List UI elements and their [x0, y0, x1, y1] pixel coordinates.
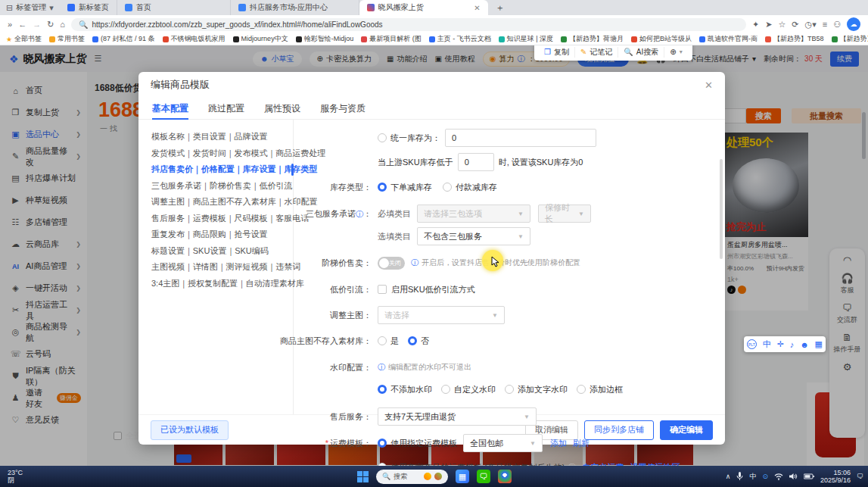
- tab-basic-config[interactable]: 基本配置: [152, 98, 188, 119]
- forward-icon[interactable]: →: [33, 20, 41, 29]
- freight-add-link[interactable]: 添加: [550, 438, 567, 449]
- browser-tab[interactable]: 新标签页: [60, 0, 117, 15]
- plugin-icon[interactable]: PLT: [747, 339, 757, 349]
- wifi-icon[interactable]: [774, 473, 783, 480]
- no-store-radio-yes[interactable]: [378, 336, 387, 345]
- taskbar-search[interactable]: 🔍 搜索: [376, 470, 448, 484]
- mic-icon[interactable]: [736, 472, 743, 481]
- chevron-down-icon: ▼: [578, 211, 584, 217]
- history-icon[interactable]: ◷▾: [805, 20, 817, 30]
- profile-icon[interactable]: ⚇: [833, 20, 841, 30]
- unified-stock-radio[interactable]: [378, 133, 387, 142]
- browser-tab-active[interactable]: 晓风搬家上货 ✕: [359, 0, 488, 15]
- adjust-image-select[interactable]: 请选择▼: [378, 306, 505, 324]
- ladder-price-toggle[interactable]: 关闭: [378, 257, 405, 270]
- cursor-tool-icon[interactable]: ✛: [777, 339, 784, 349]
- battery-icon[interactable]: [804, 473, 814, 479]
- after-sale-select[interactable]: 支持7天无理由退货▼: [378, 407, 537, 426]
- nav-price-stock[interactable]: 抖店售卖价｜价格配置｜库存设置｜库存类型: [151, 161, 293, 178]
- copy-button[interactable]: ❐复制: [539, 47, 575, 58]
- sync-icon[interactable]: ⟳: [792, 20, 798, 30]
- bookmark[interactable]: 翰彩智绘-Midjou: [296, 34, 354, 44]
- bookmark[interactable]: ★全部书签: [6, 34, 42, 44]
- freight-radio-merchant[interactable]: [378, 463, 387, 466]
- start-button[interactable]: [357, 471, 369, 482]
- warranty-select[interactable]: 保修时长▼: [538, 204, 591, 223]
- bookmark[interactable]: 【新趋势】淘宝: [832, 34, 868, 44]
- taskbar-app-browser[interactable]: [498, 470, 512, 483]
- watermark-radio-text[interactable]: [505, 385, 514, 394]
- reload-icon[interactable]: ↻: [47, 20, 54, 30]
- favicon: [67, 4, 75, 11]
- ime-indicator[interactable]: 中: [749, 472, 756, 482]
- speaker-icon[interactable]: [789, 473, 798, 480]
- bookmark[interactable]: 凯迪软件官网-商: [699, 34, 758, 44]
- freight-radio-specified[interactable]: [378, 439, 387, 448]
- watermark-radio-custom[interactable]: [441, 385, 450, 394]
- browser-avatar[interactable]: ☁: [847, 17, 860, 31]
- bookmark[interactable]: 最新项目解析 (图: [361, 34, 422, 44]
- weather-widget[interactable]: 23°C 阴: [0, 469, 30, 484]
- back-icon[interactable]: ←: [18, 20, 26, 29]
- grid-icon[interactable]: ▦: [815, 339, 823, 349]
- chinese-mode-icon[interactable]: 中: [763, 339, 771, 350]
- watermark-radio-none[interactable]: [378, 385, 387, 394]
- extension-icon[interactable]: ⊟: [6, 3, 13, 13]
- bookmark[interactable]: 不锈钢电饭机家用: [163, 34, 226, 44]
- bookmark[interactable]: 主页 - 飞书云文档: [429, 34, 491, 44]
- tab-service-qualification[interactable]: 服务与资质: [320, 98, 366, 119]
- overflow-icon[interactable]: »: [8, 20, 12, 29]
- low-stock-input[interactable]: 0: [458, 153, 494, 171]
- bookmark[interactable]: 【新趋势】荷塘月: [561, 34, 624, 44]
- browser-addressbar: » ← → ↻ ⌂ 🔍 https://xfdyorder.zzbtool.co…: [0, 15, 868, 33]
- watermark-radio-border[interactable]: [577, 385, 586, 394]
- url-field[interactable]: 🔍 https://xfdyorder.zzbtool.com/zzb_supe…: [71, 18, 746, 31]
- mic-icon[interactable]: ♪: [790, 340, 795, 349]
- tab-attribute-preset[interactable]: 属性预设: [264, 98, 300, 119]
- chevron-down-icon: ▼: [492, 312, 498, 319]
- modal-scrollbar[interactable]: [720, 159, 723, 259]
- bookmark[interactable]: 常用书签: [49, 34, 85, 44]
- menu-icon[interactable]: ≡: [823, 20, 827, 29]
- stock-type-radio-pay[interactable]: [443, 183, 452, 192]
- nav-delivery-mode[interactable]: 发货模式｜发货时间｜发布模式｜商品运费处理: [151, 145, 293, 162]
- freight-select[interactable]: 全国包邮▼: [463, 434, 543, 452]
- stock-type-radio-order[interactable]: [378, 183, 387, 192]
- close-icon[interactable]: ✕: [705, 80, 713, 91]
- close-tab-icon[interactable]: ✕: [474, 4, 480, 12]
- taskbar-app-grid[interactable]: ▦: [456, 470, 469, 483]
- note-button[interactable]: ✎记笔记: [575, 47, 618, 58]
- browser-tab[interactable]: 抖店服务市场-应用中心: [231, 0, 359, 15]
- tray-expand-icon[interactable]: ∧: [726, 473, 731, 480]
- remote-area-link[interactable]: 设置偏远地区: [630, 462, 680, 467]
- custom-freight-link[interactable]: 自定义运费: [582, 462, 624, 467]
- send-icon[interactable]: ➤: [765, 20, 772, 30]
- bookmark[interactable]: (87 封私信 / 91 条: [92, 34, 155, 44]
- nav-template-name[interactable]: 模板名称｜类目设置｜品牌设置: [151, 129, 293, 145]
- more-button[interactable]: ⊕▾: [664, 47, 687, 58]
- bookmark[interactable]: Midjourney中文: [233, 34, 288, 44]
- home-icon[interactable]: ⌂: [60, 20, 65, 29]
- notification-center-icon[interactable]: 🗨: [857, 473, 863, 480]
- ai-search-button[interactable]: 🔍AI搜索: [618, 47, 664, 58]
- new-tab-button[interactable]: ＋: [488, 2, 512, 14]
- tab-manager[interactable]: 标签管理: [16, 2, 46, 13]
- unified-stock-input[interactable]: 0: [445, 129, 596, 147]
- freight-refresh-link[interactable]: 刷新: [573, 438, 590, 449]
- bookmark[interactable]: 如何把B站等级从: [631, 34, 692, 44]
- nav-repeat-publish[interactable]: 重复发布｜商品限购｜抢号设置: [151, 226, 293, 243]
- three-pack-optional-select[interactable]: 不包含三包服务▼: [417, 227, 530, 245]
- tab-skip-config[interactable]: 跳过配置: [208, 98, 244, 119]
- no-store-radio-no[interactable]: [408, 336, 417, 345]
- browser-tab[interactable]: 首页: [117, 0, 231, 15]
- taskbar-app-wechat[interactable]: 🗨: [477, 470, 490, 483]
- three-pack-required-select[interactable]: 请选择三包选项▼: [417, 204, 530, 223]
- taskbar-clock[interactable]: 15:06 2025/9/16: [820, 469, 851, 484]
- lightning-icon[interactable]: ✦: [752, 20, 759, 30]
- bookmark-star-icon[interactable]: ☆: [778, 20, 786, 30]
- tray-app-icon[interactable]: ⊙: [762, 473, 768, 480]
- low-price-checkbox[interactable]: [378, 285, 387, 294]
- bookmark[interactable]: 知识星球 | 深度: [499, 34, 553, 44]
- user-icon[interactable]: ☻: [800, 340, 809, 349]
- bookmark[interactable]: 【新趋势】TB58: [765, 34, 824, 44]
